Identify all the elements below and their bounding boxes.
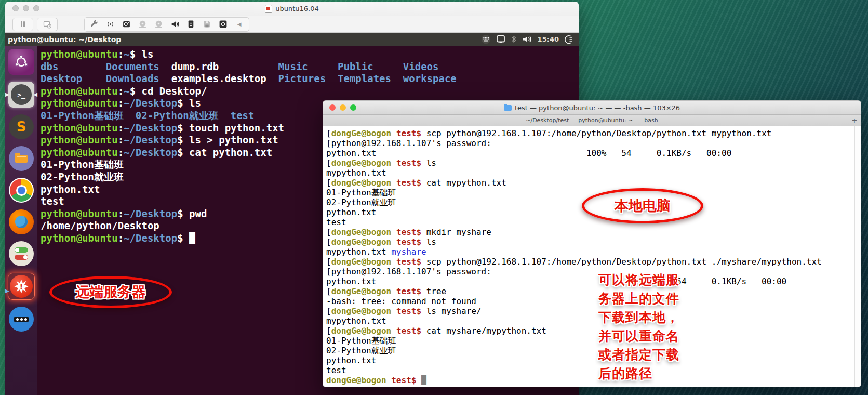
vm-title-text: ubuntu16.04	[275, 5, 319, 12]
terminal-icon: >_	[11, 84, 32, 105]
snapshot-icon	[43, 20, 52, 29]
annotation-oval-remote: 远端服务器	[49, 276, 172, 308]
panel-indicators: 15:40	[481, 34, 579, 44]
folder-icon	[15, 155, 28, 163]
sound-button[interactable]	[167, 18, 183, 31]
vm-window-controls	[12, 5, 39, 11]
sublime-icon: S	[17, 119, 26, 135]
mac-window-controls	[329, 104, 356, 111]
snapshot-button[interactable]	[37, 18, 58, 31]
ubuntu-launcher: >_ S	[5, 46, 37, 395]
usb-button[interactable]	[183, 18, 199, 31]
wrench-icon	[90, 20, 99, 29]
zoom-button[interactable]	[33, 5, 39, 11]
minimize-button[interactable]	[23, 5, 29, 11]
more-dots-icon	[14, 317, 29, 322]
firefox-icon	[15, 216, 28, 228]
vm-window-title: ubuntu16.04	[265, 5, 319, 13]
keyboard-icon[interactable]	[481, 34, 491, 44]
mac-title-text: test — python@ubuntu: ~ — — -bash — 103×…	[515, 104, 680, 112]
vm-toolbar: ◀	[5, 16, 579, 33]
bluetooth-icon[interactable]	[511, 35, 517, 44]
vm-titlebar: ubuntu16.04	[5, 2, 579, 16]
vm-device-toolbar: ◀	[84, 17, 249, 32]
harddisk-button[interactable]	[118, 18, 135, 31]
launcher-item-sublime[interactable]: S	[9, 114, 34, 139]
launcher-item-files[interactable]	[9, 146, 34, 171]
cdrom-icon	[154, 20, 163, 29]
mac-terminal-output: [dongGe@bogon test$ scp python@192.168.1…	[326, 128, 861, 385]
note-line: 务器上的文件	[598, 289, 679, 308]
cdrom-button-2[interactable]	[151, 18, 167, 31]
display-network-icon[interactable]	[496, 35, 505, 44]
zoom-button[interactable]	[350, 104, 356, 111]
session-power-icon[interactable]	[564, 35, 573, 44]
pause-icon	[21, 21, 22, 27]
panel-window-title: python@ubuntu: ~/Desktop	[5, 35, 121, 44]
active-app-arrow-left-icon: ▶	[5, 92, 9, 97]
scrollbar[interactable]	[854, 126, 861, 387]
toolbar-collapse-button[interactable]: ◀	[231, 18, 247, 31]
toggle-on-icon	[15, 247, 28, 253]
launcher-item-more-apps[interactable]	[9, 307, 34, 332]
floppy-button[interactable]	[199, 18, 215, 31]
launcher-item-dash[interactable]	[8, 49, 34, 75]
network-button[interactable]	[102, 18, 118, 31]
note-line: 下载到本地，	[598, 308, 679, 327]
mac-terminal-window: test — python@ubuntu: ~ — — -bash — 103×…	[323, 100, 861, 387]
collapse-arrow-icon: ◀	[237, 21, 242, 27]
close-button[interactable]	[12, 5, 19, 11]
note-line: 或者指定下载	[598, 346, 679, 364]
harddisk-icon	[122, 20, 131, 29]
speaker-icon	[170, 20, 179, 29]
launcher-item-terminal[interactable]: >_	[8, 82, 34, 108]
settings-wrench-button[interactable]	[86, 18, 102, 31]
ubuntu-logo-icon	[14, 54, 29, 70]
signal-icon	[106, 20, 115, 29]
cdrom-button[interactable]	[135, 18, 151, 31]
volume-icon[interactable]	[522, 35, 532, 44]
note-line: 后的路径	[598, 364, 679, 383]
svg-text:!: !	[20, 282, 23, 291]
crash-app-arrow-icon: ▶	[5, 288, 9, 294]
minimize-button[interactable]	[340, 104, 346, 111]
floppy-icon	[203, 20, 211, 29]
note-line: 可以将远端服	[598, 271, 679, 289]
mac-window-title: test — python@ubuntu: ~ — — -bash — 103×…	[504, 104, 680, 112]
sync-icon	[219, 20, 228, 29]
folder-icon	[504, 105, 512, 111]
mac-terminal[interactable]: [dongGe@bogon test$ scp python@192.168.1…	[323, 126, 861, 387]
remote-server-label: 远端服务器	[76, 283, 146, 301]
mac-titlebar: test — python@ubuntu: ~ — — -bash — 103×…	[323, 101, 861, 115]
launcher-item-firefox[interactable]	[9, 209, 34, 234]
launcher-item-crash-report[interactable]: !	[8, 273, 35, 300]
crash-alert-icon: !	[10, 275, 33, 298]
launcher-item-chrome[interactable]	[9, 178, 34, 203]
note-line: 并可以重命名	[598, 327, 679, 346]
new-tab-button[interactable]: +	[848, 115, 861, 126]
local-computer-label: 本地电脑	[615, 196, 671, 215]
tab-title[interactable]: ~/Desktop/test — python@ubuntu: ~ — -bas…	[526, 117, 658, 124]
toggle-off-icon	[15, 255, 28, 260]
mac-tab-bar: ~/Desktop/test — python@ubuntu: ~ — -bas…	[323, 115, 861, 126]
launcher-item-toggles[interactable]	[9, 241, 34, 266]
ubuntu-top-panel: python@ubuntu: ~/Desktop 15:	[5, 33, 579, 46]
cdrom-icon	[138, 20, 147, 29]
annotation-oval-local: 本地电脑	[582, 188, 703, 223]
pause-button[interactable]	[12, 18, 33, 31]
chrome-icon	[10, 179, 33, 202]
usb-icon	[186, 20, 195, 29]
annotation-notes: 可以将远端服务器上的文件下载到本地，并可以重命名或者指定下载后的路径	[598, 271, 679, 383]
panel-clock[interactable]: 15:40	[538, 35, 559, 43]
close-button[interactable]	[329, 104, 336, 111]
active-app-arrow-right-icon: ◀	[33, 92, 37, 97]
vm-document-icon	[265, 5, 272, 13]
sync-button[interactable]	[215, 18, 231, 31]
